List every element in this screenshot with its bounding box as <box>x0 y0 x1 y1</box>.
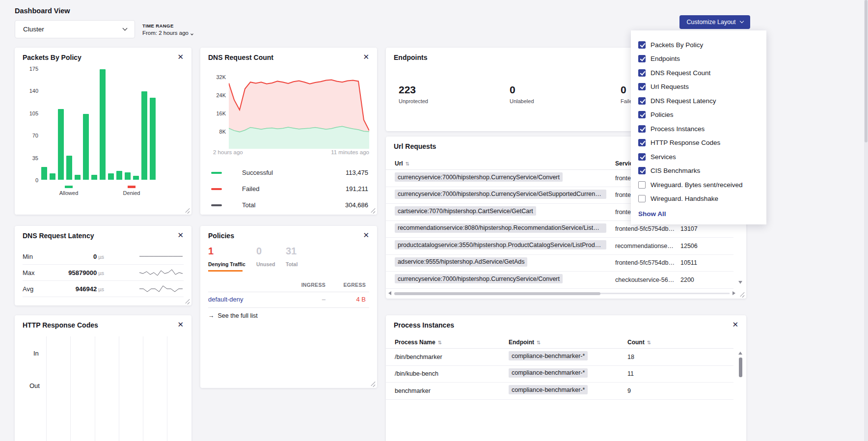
customize-menu-item[interactable]: Endpoints <box>631 52 766 66</box>
close-icon[interactable]: ✕ <box>177 53 184 60</box>
stat-label: Unlabeled <box>510 98 621 104</box>
endpoint-text: compliance-benchmarker-* <box>509 385 588 394</box>
denying-traffic-count: 1 <box>208 246 214 257</box>
page-scrollbar[interactable] <box>864 0 868 441</box>
checkbox[interactable] <box>638 195 646 202</box>
customize-menu-item[interactable]: Url Requests <box>631 80 766 94</box>
process-instance-row[interactable]: benchmarkercompliance-benchmarker-*9 <box>386 383 733 400</box>
scroll-left-icon[interactable] <box>388 291 391 295</box>
url-text: currencyservice:7000/hipstershop.Currenc… <box>395 274 563 283</box>
column-header-ingress[interactable]: INGRESS <box>291 282 326 288</box>
scrollbar-thumb[interactable] <box>865 0 868 142</box>
sort-icon[interactable]: ⇅ <box>406 161 409 166</box>
horizontal-scrollbar[interactable] <box>388 291 735 296</box>
menu-item-label: CIS Benchmarks <box>651 167 700 174</box>
policy-name-link[interactable]: default-deny <box>208 296 244 303</box>
customize-menu-item[interactable]: Wireguard. Handshake <box>631 192 766 206</box>
close-icon[interactable]: ✕ <box>732 321 738 328</box>
resize-handle[interactable] <box>185 208 190 213</box>
sort-icon[interactable]: ⇅ <box>537 340 541 345</box>
checkbox[interactable] <box>638 125 646 133</box>
sort-icon[interactable]: ⇅ <box>647 340 651 345</box>
area-chart <box>229 69 369 149</box>
tab-denying-traffic[interactable]: Denying Traffic <box>208 261 245 267</box>
tab-total[interactable]: Total <box>286 261 298 267</box>
count-cell: 2200 <box>680 276 694 283</box>
endpoint-cell: compliance-benchmarker-* <box>509 385 627 396</box>
column-header-egress[interactable]: EGRESS <box>331 282 366 288</box>
resize-handle[interactable] <box>740 292 745 297</box>
url-request-row[interactable]: adservice:9555/hipstershop.AdService/Get… <box>386 255 733 272</box>
tab-unused[interactable]: Unused <box>256 261 275 267</box>
bar <box>100 69 106 180</box>
bar <box>133 176 139 180</box>
chevron-down-icon <box>190 32 193 35</box>
close-icon[interactable]: ✕ <box>177 231 184 239</box>
scroll-up-icon[interactable] <box>738 352 742 355</box>
scrollbar-thumb[interactable] <box>394 292 600 295</box>
chart-legend: Successful113,475Failed191,211Total304,6… <box>200 165 377 213</box>
x-axis-start-label: 2 hours ago <box>213 149 243 155</box>
process-instance-row[interactable]: /bin/benchmarkercompliance-benchmarker-*… <box>386 349 733 366</box>
resize-handle[interactable] <box>185 299 190 304</box>
url-request-row[interactable]: productcatalogservice:3550/hipstershop.P… <box>386 238 733 255</box>
customize-menu-item[interactable]: Wireguard. Bytes sent/received <box>631 178 766 192</box>
sort-icon[interactable]: ⇅ <box>438 340 442 345</box>
checkbox[interactable] <box>638 97 646 105</box>
customize-menu-item[interactable]: HTTP Response Codes <box>631 136 766 150</box>
url-cell: currencyservice:7000/hipstershop.Currenc… <box>386 190 606 201</box>
customize-menu-item[interactable]: Process Instances <box>631 122 766 136</box>
checkbox[interactable] <box>638 41 646 49</box>
checkbox[interactable] <box>638 83 646 90</box>
column-header-process-name[interactable]: Process Name⇅ <box>395 339 442 346</box>
view-selector[interactable]: Cluster <box>15 20 135 38</box>
resize-handle[interactable] <box>371 382 376 386</box>
url-text: cartservice:7070/hipstershop.CartService… <box>395 206 536 216</box>
column-header-url[interactable]: Url⇅ <box>395 160 409 167</box>
scroll-down-icon[interactable] <box>738 281 742 284</box>
checkbox[interactable] <box>638 55 646 62</box>
card-title: Process Instances <box>394 321 454 329</box>
scroll-right-icon[interactable] <box>732 291 735 295</box>
close-icon[interactable]: ✕ <box>363 53 369 60</box>
customize-menu-item[interactable]: Packets By Policy <box>631 38 766 52</box>
resize-handle[interactable] <box>371 208 376 213</box>
close-icon[interactable]: ✕ <box>177 321 184 328</box>
checkbox[interactable] <box>638 153 646 161</box>
legend-label: Successful <box>242 169 273 176</box>
column-header-count[interactable]: Count⇅ <box>627 339 651 346</box>
checkbox[interactable] <box>638 111 646 118</box>
endpoint-text: compliance-benchmarker-* <box>509 368 588 378</box>
row-label-in: In <box>33 350 39 357</box>
checkbox[interactable] <box>638 167 646 174</box>
total-count: 31 <box>286 246 297 257</box>
scrollbar-thumb[interactable] <box>739 358 742 377</box>
row-label: Min <box>23 253 44 260</box>
unit-label: µs <box>98 254 104 260</box>
show-all-link[interactable]: Show All <box>638 210 759 218</box>
see-full-list-link[interactable]: →See the full list <box>208 312 258 319</box>
unit-label: µs <box>98 286 104 292</box>
close-icon[interactable]: ✕ <box>363 231 369 239</box>
process-instance-row[interactable]: /bin/kube-benchcompliance-benchmarker-*1… <box>386 366 733 383</box>
column-header-endpoint[interactable]: Endpoint⇅ <box>509 339 541 346</box>
time-range-value[interactable]: From: 2 hours ago <box>142 30 193 36</box>
menu-item-label: DNS Request Latency <box>651 97 716 105</box>
menu-item-label: Wireguard. Handshake <box>651 195 718 202</box>
menu-item-label: Wireguard. Bytes sent/received <box>651 181 743 189</box>
url-request-row[interactable]: currencyservice:7000/hipstershop.Currenc… <box>386 272 733 289</box>
customize-menu-item[interactable]: CIS Benchmarks <box>631 164 766 178</box>
y-axis-tick: 35 <box>32 155 38 161</box>
customize-menu-item[interactable]: DNS Request Count <box>631 66 766 80</box>
customize-layout-button[interactable]: Customize Layout <box>679 15 750 29</box>
url-cell: productcatalogservice:3550/hipstershop.P… <box>386 240 606 251</box>
y-axis-tick: 16K <box>216 110 226 116</box>
bar <box>141 91 147 180</box>
checkbox[interactable] <box>638 139 646 146</box>
checkbox[interactable] <box>638 181 646 189</box>
customize-menu-item[interactable]: Policies <box>631 108 766 122</box>
customize-menu-item[interactable]: Services <box>631 150 766 164</box>
checkbox[interactable] <box>638 69 646 77</box>
customize-menu-item[interactable]: DNS Request Latency <box>631 94 766 108</box>
vertical-scrollbar[interactable] <box>738 352 743 430</box>
